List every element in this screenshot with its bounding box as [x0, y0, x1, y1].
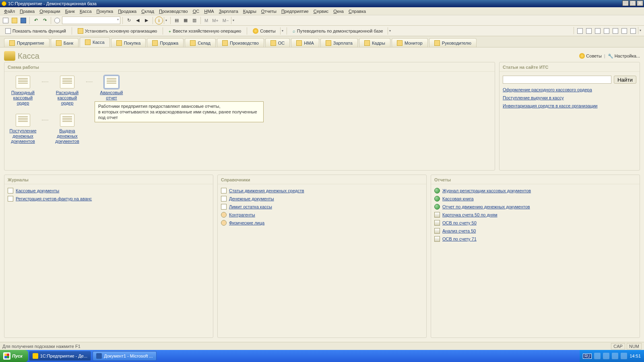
menu-склад[interactable]: Склад	[139, 8, 157, 14]
tb-icon-3[interactable]	[594, 27, 602, 35]
menu-покупка[interactable]: Покупка	[94, 8, 116, 14]
menu-сервис[interactable]: Сервис	[311, 8, 331, 14]
menu-окна[interactable]: Окна	[331, 8, 346, 14]
tb-icon-6[interactable]	[620, 27, 628, 35]
nav-back-icon[interactable]: ◀	[134, 16, 142, 25]
tab-кадры[interactable]: Кадры	[359, 38, 390, 47]
main-menubar: ФайлПравкаОперацииБанкКассаПокупкаПродаж…	[0, 7, 644, 15]
toolbar-overflow-2[interactable]: ▾	[231, 17, 235, 24]
tab-ос[interactable]: ОС	[265, 38, 290, 47]
titlebar-app: 1С:Предприятие	[8, 1, 42, 6]
restore-button[interactable]: ❐	[630, 0, 636, 6]
menu-предприятие[interactable]: Предприятие	[279, 8, 311, 14]
tab-производство[interactable]: Производство	[217, 38, 264, 47]
tab-icon	[9, 40, 15, 46]
calendar-icon[interactable]: ▥	[190, 16, 198, 25]
app-icon	[2, 1, 6, 6]
find-icon[interactable]	[53, 16, 61, 25]
calc-mminus[interactable]: M−	[221, 18, 231, 23]
calc-m[interactable]: M	[203, 18, 210, 23]
guide-dropdown-icon[interactable]: ▾	[388, 27, 392, 35]
tb-icon-4[interactable]	[603, 27, 611, 35]
tab-руководителю[interactable]: Руководителю	[429, 38, 477, 47]
menu-банк[interactable]: Банк	[63, 8, 77, 14]
enter-operation-button[interactable]: ₊Ввести хозяйственную операцию	[165, 27, 245, 35]
tb-icon-2[interactable]	[585, 27, 593, 35]
menu-продажа[interactable]: Продажа	[116, 8, 139, 14]
window-titlebar: 1С:Предприятие - Демонстрационная база _…	[0, 0, 644, 7]
new-icon[interactable]	[2, 16, 10, 25]
tab-монитор[interactable]: Монитор	[392, 38, 428, 47]
tab-зарплата[interactable]: Зарплата	[320, 38, 358, 47]
show-func-panel-button[interactable]: Показать панель функций	[2, 27, 70, 35]
help-icon[interactable]: i	[155, 16, 163, 25]
tab-icon	[296, 40, 302, 46]
tab-склад[interactable]: Склад	[185, 38, 216, 47]
close-button[interactable]: ✕	[637, 0, 643, 6]
menu-правка[interactable]: Правка	[17, 8, 37, 14]
tab-нма[interactable]: НМА	[291, 38, 319, 47]
menu-файл[interactable]: Файл	[2, 8, 17, 14]
tips-button[interactable]: Советы	[249, 27, 279, 35]
tab-icon	[270, 40, 276, 46]
set-main-org-button[interactable]: Установить основную организацию	[74, 27, 161, 35]
demo-guide-button[interactable]: ⌕Путеводитель по демонстрационной базе	[289, 27, 387, 35]
tab-icon	[222, 40, 228, 46]
tab-icon	[364, 40, 370, 46]
tab-icon	[190, 40, 196, 46]
menu-ос[interactable]: ОС	[190, 8, 202, 14]
nav-tabstrip: ПредприятиеБанкКассаПокупкаПродажаСкладП…	[0, 36, 644, 47]
tab-предприятие[interactable]: Предприятие	[4, 38, 50, 47]
tab-icon	[397, 40, 402, 46]
calc-icon[interactable]: ▦	[182, 16, 190, 25]
save-icon[interactable]	[19, 16, 27, 25]
menu-кадры[interactable]: Кадры	[241, 8, 259, 14]
right-toolbar-overflow[interactable]: ▾	[638, 27, 642, 34]
nav-fwd-icon[interactable]: ▶	[142, 16, 151, 25]
tab-касса[interactable]: Касса	[80, 37, 110, 47]
tab-icon	[56, 40, 62, 46]
tab-icon	[326, 40, 331, 46]
menu-производство[interactable]: Производство	[157, 8, 190, 14]
menu-касса[interactable]: Касса	[77, 8, 94, 14]
tab-icon	[116, 40, 122, 46]
undo-icon[interactable]: ↶	[32, 16, 40, 25]
right-toolbar-icons: ▾	[572, 27, 642, 35]
calc-mplus[interactable]: M+	[211, 18, 220, 23]
standard-toolbar: ↶ ↷ ↻ ◀ ▶ i ▾ ▤ ▦ ▥ M M+ M− ▾	[0, 15, 644, 26]
menu-нма[interactable]: НМА	[202, 8, 216, 14]
menu-справка[interactable]: Справка	[346, 8, 368, 14]
tb-icon-1[interactable]	[576, 27, 584, 35]
refresh-icon[interactable]: ↻	[125, 16, 133, 25]
titlebar-doc: Демонстрационная база	[46, 1, 97, 6]
tab-icon	[85, 39, 91, 45]
open-icon[interactable]	[10, 16, 19, 25]
search-combo[interactable]	[62, 16, 120, 24]
menu-операции[interactable]: Операции	[37, 8, 62, 14]
minimize-button[interactable]: _	[622, 0, 629, 6]
tab-банк[interactable]: Банк	[51, 38, 78, 47]
menu-отчеты[interactable]: Отчеты	[259, 8, 279, 14]
tips-dropdown-icon[interactable]: ▾	[280, 27, 285, 35]
redo-icon[interactable]: ↷	[41, 16, 49, 25]
tab-icon	[152, 40, 158, 46]
toolbar-overflow[interactable]: ▾	[164, 17, 168, 24]
tab-icon	[434, 40, 440, 46]
tab-продажа[interactable]: Продажа	[147, 38, 184, 47]
tab-покупка[interactable]: Покупка	[111, 38, 146, 47]
tb-icon-5[interactable]	[611, 27, 619, 35]
secondary-toolbar: Показать панель функций Установить основ…	[0, 26, 644, 36]
tb-icon-7[interactable]	[629, 27, 637, 35]
list-icon[interactable]: ▤	[173, 16, 181, 25]
menu-зарплата[interactable]: Зарплата	[217, 8, 241, 14]
